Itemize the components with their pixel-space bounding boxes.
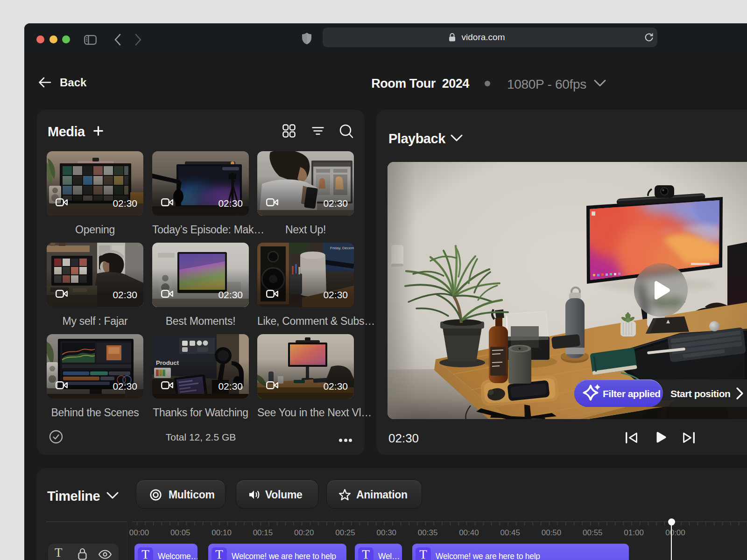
svg-text:00:35: 00:35: [418, 528, 438, 537]
svg-text:00:20: 00:20: [294, 528, 314, 537]
svg-text:00:50: 00:50: [542, 528, 562, 537]
svg-text:00:45: 00:45: [500, 528, 520, 537]
svg-text:00:30: 00:30: [377, 528, 397, 537]
svg-text:00:10: 00:10: [211, 528, 232, 537]
svg-text:Friday, December 17: Friday, December 17: [330, 246, 354, 250]
svg-text:00:00: 00:00: [665, 528, 685, 537]
svg-text:00:00: 00:00: [129, 528, 149, 537]
svg-text:00:40: 00:40: [459, 528, 479, 537]
svg-text:Product: Product: [156, 359, 179, 366]
svg-text:01:00: 01:00: [624, 528, 644, 537]
svg-text:00:05: 00:05: [170, 528, 190, 537]
svg-text:00:55: 00:55: [583, 528, 603, 537]
svg-text:00:25: 00:25: [335, 528, 355, 537]
svg-text:00:15: 00:15: [253, 528, 273, 537]
